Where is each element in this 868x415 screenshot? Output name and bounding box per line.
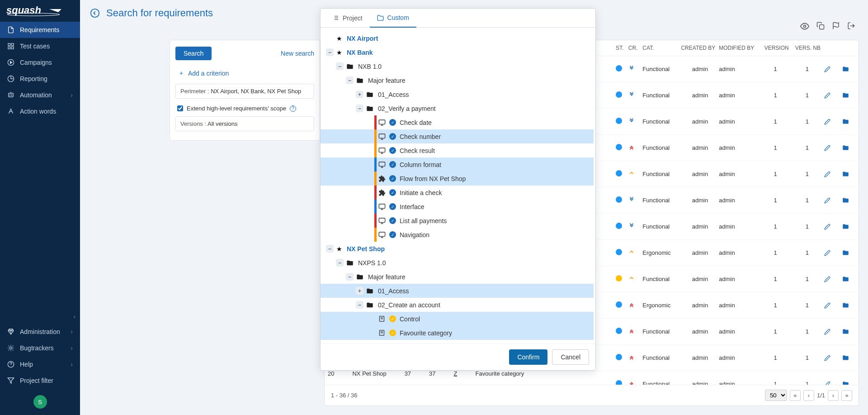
col-modified-by[interactable]: MODIFIED BY [717,40,760,56]
copy-icon[interactable] [816,22,825,31]
tree-node[interactable]: ✓Control [321,312,594,326]
tree-node[interactable]: ✓Initiate a check [321,186,594,200]
col-created-by[interactable]: CREATED BY [675,40,717,56]
edit-icon[interactable] [824,269,839,289]
expand-icon[interactable]: + [356,287,363,295]
collapse-icon[interactable]: − [336,259,344,267]
nav-reporting[interactable]: Reporting [0,71,80,87]
nav-test-cases[interactable]: Test cases [0,38,80,54]
folder-open-icon[interactable] [842,243,857,263]
user-avatar[interactable]: S [33,395,47,409]
edit-icon[interactable] [824,138,839,158]
sidebar-collapse[interactable]: ‹ [0,310,80,324]
edit-icon[interactable] [824,243,839,263]
tree-node[interactable]: −★NX Bank [321,45,594,59]
visibility-icon[interactable] [800,22,809,31]
tree-node[interactable]: ✓List all payments [321,214,594,228]
nav-administration[interactable]: Administration› [0,324,80,340]
edit-icon[interactable] [824,164,839,184]
search-button[interactable]: Search [175,47,212,60]
folder-open-icon[interactable] [842,59,857,79]
page-next[interactable]: › [828,390,839,401]
page-size-select[interactable]: 50 [765,390,787,401]
help-icon[interactable]: ? [290,105,296,112]
folder-open-icon[interactable] [842,269,857,289]
col-st[interactable]: ST. [614,40,627,56]
collapse-icon[interactable]: − [346,76,354,84]
folder-open-icon[interactable] [842,348,857,368]
tree-node[interactable]: −02_Create an account [321,298,594,312]
nav-action-words[interactable]: Action words [0,103,80,119]
flag-icon[interactable] [832,22,840,31]
edit-icon[interactable] [824,86,839,105]
collapse-icon[interactable]: − [346,273,354,281]
nav-help[interactable]: Help› [0,356,80,372]
nav-project-filter[interactable]: Project filter [0,372,80,389]
collapse-icon[interactable]: − [326,245,334,253]
edit-icon[interactable] [824,217,839,237]
tree-node[interactable]: ✓Check result [321,143,594,157]
col-cr[interactable]: CR. [627,40,641,56]
tab-project[interactable]: Project [325,9,370,27]
page-first[interactable]: « [790,390,801,401]
folder-open-icon[interactable] [842,138,857,158]
tree-node[interactable]: +01_Access [321,284,594,298]
col-cat[interactable]: CAT. [641,40,675,56]
edit-icon[interactable] [824,296,839,315]
tree-node[interactable]: −Major feature [321,270,594,284]
folder-open-icon[interactable] [842,321,857,342]
perimeter-criterion[interactable]: Perimeter : NX Airport, NX Bank, NX Pet … [175,84,314,99]
folder-open-icon[interactable] [842,190,857,210]
tree-node[interactable]: −NXPS 1.0 [321,256,594,270]
tree-node[interactable]: −★NX Pet Shop [321,242,594,256]
folder-open-icon[interactable] [842,164,857,184]
edit-icon[interactable] [824,374,839,385]
edit-icon[interactable] [824,322,839,342]
collapse-icon[interactable]: − [336,62,344,70]
edit-icon[interactable] [824,348,839,368]
tree-node[interactable]: ✓Interface [321,200,594,214]
edit-icon[interactable] [824,112,839,132]
tree-node[interactable]: −Major feature [321,73,594,87]
tree-node[interactable]: ✓Check number [321,129,594,143]
edit-icon[interactable] [824,59,839,79]
nav-requirements[interactable]: Requirements [0,22,80,38]
col-version[interactable]: VERSION [760,40,791,56]
collapse-icon[interactable]: − [356,105,363,112]
page-title: Search for requirements [106,7,213,19]
tree-node[interactable]: ✓Column format [321,157,594,172]
add-criterion[interactable]: ＋ Add a criterion [175,66,314,84]
nav-bugtrackers[interactable]: Bugtrackers› [0,340,80,356]
expand-icon[interactable]: + [356,91,363,98]
tree-node[interactable]: ★NX Airport [321,31,594,45]
folder-open-icon[interactable] [842,85,857,105]
tree-node[interactable]: −NXB 1.0 [321,59,594,73]
folder-open-icon[interactable] [842,295,857,315]
tree-node[interactable]: ✓Navigation [321,228,594,242]
back-icon[interactable] [90,8,100,18]
page-last[interactable]: » [841,390,852,401]
folder-open-icon[interactable] [842,216,857,237]
folder-open-icon[interactable] [842,374,857,385]
export-icon[interactable] [847,22,855,31]
col-vers-nb[interactable]: VERS. NB [791,40,822,56]
page-prev[interactable]: ‹ [803,390,814,401]
cancel-button[interactable]: Cancel [552,349,589,365]
new-search-link[interactable]: New search [281,50,314,57]
confirm-button[interactable]: Confirm [509,349,547,365]
folder-open-icon[interactable] [842,111,857,132]
status-dot [616,65,622,72]
tree-node[interactable]: ✓Favourite category [321,326,594,340]
tree-node[interactable]: −02_Verify a payment [321,101,594,115]
collapse-icon[interactable]: − [326,48,334,56]
tree-node[interactable]: ✓Flow from NX Pet Shop [321,172,594,186]
tab-custom[interactable]: Custom [370,9,416,28]
edit-icon[interactable] [824,191,839,210]
nav-automation[interactable]: Automation› [0,87,80,103]
collapse-icon[interactable]: − [356,301,363,309]
versions-criterion[interactable]: Versions : All versions [175,116,314,131]
tree-node[interactable]: +01_Access [321,87,594,101]
extend-scope-checkbox[interactable] [177,105,183,111]
tree-node[interactable]: ✓Check date [321,115,594,129]
nav-campaigns[interactable]: Campaigns [0,54,80,71]
